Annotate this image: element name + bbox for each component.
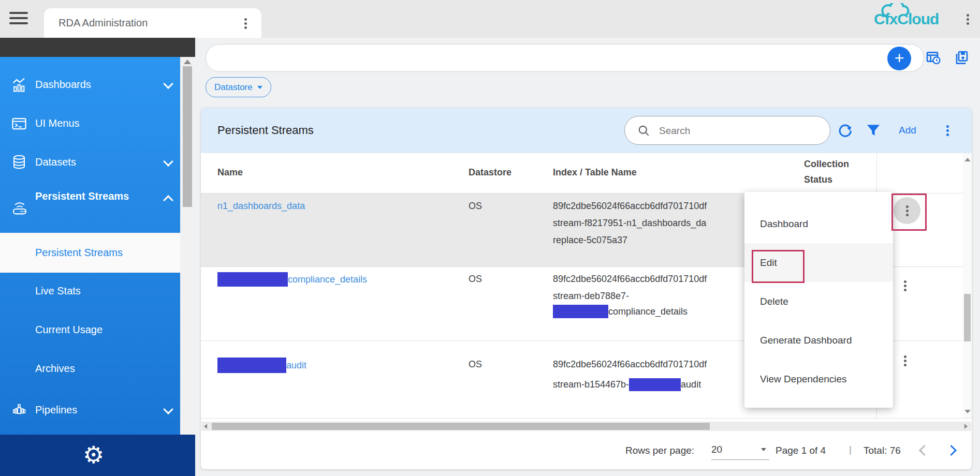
panel-title: Persistent Streams	[217, 108, 314, 153]
stream-name-link[interactable]: n1_dashboards_data	[217, 201, 305, 212]
datastore-cell: OS	[469, 201, 482, 212]
sidebar-item-label: Datasets	[35, 151, 76, 173]
add-plus-button[interactable]: +	[887, 47, 911, 70]
panel-header: Persistent Streams Add	[201, 108, 972, 153]
sidebar-item-persistent-streams[interactable]: Persistent Streams	[0, 185, 180, 231]
panel-search-input[interactable]	[658, 123, 815, 139]
filter-funnel-icon[interactable]	[865, 122, 882, 139]
sidebar-item-label: Dashboards	[35, 73, 91, 96]
sidebar-top-strip	[0, 38, 195, 57]
menu-item-dashboard[interactable]: Dashboard	[744, 204, 893, 243]
sidebar-subitem-current-usage[interactable]: Current Usage	[0, 318, 180, 341]
row-actions-button[interactable]	[898, 277, 912, 294]
chip-label: Datastore	[214, 78, 253, 97]
brand-logo-text: CfxCloud	[874, 10, 946, 28]
datastore-filter-chip[interactable]: Datastore	[206, 77, 271, 97]
table-scrollbar-vertical[interactable]	[963, 153, 972, 418]
sidebar-subitem-live-stats[interactable]: Live Stats	[0, 279, 180, 302]
index-cell-line: 89fc2dbe56024f66accb6dfd701710df	[553, 201, 744, 212]
sidebar-item-ui-menus[interactable]: UI Menus	[0, 112, 180, 135]
column-header-index[interactable]: Index / Table Name	[553, 167, 637, 178]
stream-name-link[interactable]: audit	[217, 358, 306, 373]
total-count: Total: 76	[864, 445, 901, 456]
hamburger-menu-icon[interactable]	[9, 9, 28, 27]
sidebar-item-label: Archives	[35, 357, 75, 380]
pagination-divider: |	[849, 444, 852, 455]
index-cell-line: stream-deb788e7-	[553, 291, 629, 302]
panel-search	[624, 116, 830, 145]
scroll-up-icon[interactable]	[964, 158, 970, 161]
datastore-cell: OS	[469, 359, 482, 370]
column-header-name[interactable]: Name	[217, 167, 243, 178]
menu-item-view-dependencies[interactable]: View Dependencies	[744, 360, 893, 398]
scroll-down-icon[interactable]	[964, 410, 970, 413]
header-more-icon[interactable]	[960, 10, 975, 28]
global-search-bar: +	[206, 44, 924, 72]
page-info: Page 1 of 4	[776, 445, 826, 456]
sidebar-item-label: Pipelines	[35, 398, 77, 421]
sidebar-nav: Dashboards UI Menus Datasets Persistent …	[0, 57, 180, 435]
column-header-collection-status[interactable]: Collection Status	[804, 159, 849, 185]
brand-logo: CfxCloud	[874, 3, 946, 28]
index-cell-line: 89fc2dbe56024f66accb6dfd701710df	[553, 359, 744, 370]
sidebar-subitem-archives[interactable]: Archives	[0, 357, 180, 380]
sidebar-item-label: Persistent Streams	[35, 233, 123, 273]
pipeline-icon	[11, 403, 27, 418]
bar-chart-icon	[11, 77, 27, 93]
column-header-datastore[interactable]: Datastore	[469, 167, 511, 178]
sidebar-subitem-persistent-streams[interactable]: Persistent Streams	[0, 233, 180, 273]
index-cell-line: stream-b154467b-audit	[553, 378, 701, 391]
window-terminal-icon	[11, 116, 27, 131]
datastore-cell: OS	[469, 274, 482, 285]
rows-per-page-select[interactable]: 20	[711, 444, 769, 460]
sidebar-item-label: Persistent Streams	[35, 185, 157, 207]
scroll-left-icon[interactable]	[204, 424, 207, 429]
sidebar-item-label: Current Usage	[35, 318, 103, 341]
sidebar-item-datasets[interactable]: Datasets	[0, 151, 180, 173]
scrollbar-thumb[interactable]	[212, 423, 710, 430]
redaction-block	[217, 358, 286, 373]
scrollbar-thumb[interactable]	[964, 294, 971, 341]
redaction-block	[553, 305, 608, 318]
annotation-box-edit	[752, 250, 805, 283]
row-context-menu: Dashboard Edit Delete Generate Dashboard…	[744, 192, 893, 408]
app-tab[interactable]: RDA Administration	[44, 8, 261, 38]
next-page-button[interactable]	[946, 445, 957, 456]
menu-item-generate-dashboard[interactable]: Generate Dashboard	[744, 321, 893, 360]
table-history-icon[interactable]	[925, 50, 942, 66]
global-search-input[interactable]	[218, 49, 873, 68]
table-scrollbar-horizontal[interactable]	[201, 422, 971, 431]
sidebar-item-pipelines[interactable]: Pipelines	[0, 398, 180, 421]
sidebar-item-label: Live Stats	[35, 279, 81, 302]
stream-router-icon	[11, 200, 28, 216]
sidebar-item-dashboards[interactable]: Dashboards	[0, 73, 180, 96]
stream-name-link[interactable]: compliance_details	[217, 272, 367, 287]
add-button[interactable]: Add	[899, 108, 916, 153]
chevron-down-icon	[257, 86, 262, 89]
sidebar-scrollbar-thumb[interactable]	[183, 66, 192, 207]
refresh-icon[interactable]	[836, 122, 854, 139]
row-actions-button[interactable]	[898, 352, 912, 369]
previous-page-button[interactable]	[919, 445, 930, 456]
chevron-down-icon	[163, 79, 173, 89]
chevron-up-icon	[163, 195, 173, 205]
annotation-box-actions-button	[891, 194, 927, 231]
scroll-right-icon[interactable]	[964, 424, 968, 429]
scroll-up-icon[interactable]	[184, 60, 191, 64]
database-icon	[11, 154, 27, 170]
gear-icon[interactable]: ⚙	[83, 441, 104, 469]
panel-more-icon[interactable]	[940, 122, 955, 139]
redaction-block	[217, 272, 288, 287]
menu-item-delete[interactable]: Delete	[744, 282, 893, 321]
index-cell-line: stream-f8217951-n1_dashboards_da	[553, 218, 744, 229]
chevron-down-icon	[163, 156, 173, 167]
tab-title: RDA Administration	[58, 8, 148, 38]
sidebar-item-label: UI Menus	[35, 112, 80, 135]
app-header: RDA Administration CfxCloud	[0, 0, 980, 38]
save-copy-icon[interactable]	[953, 50, 969, 66]
index-cell-line: 89fc2dbe56024f66accb6dfd701710df	[553, 274, 744, 285]
sidebar-footer: ⚙	[0, 435, 195, 476]
sidebar-scrollbar[interactable]	[181, 57, 195, 435]
index-cell-line: replace-5c075a37	[553, 235, 627, 246]
tab-more-icon[interactable]	[238, 14, 253, 32]
